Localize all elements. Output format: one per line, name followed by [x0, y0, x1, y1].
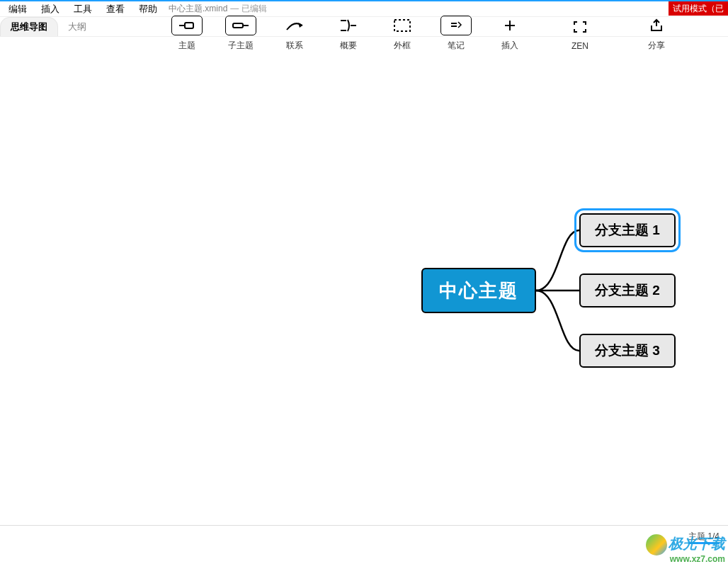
document-status: — 已编辑	[230, 3, 266, 15]
central-topic[interactable]: 中心主题	[421, 268, 536, 313]
tool-summary-label: 概要	[340, 40, 357, 52]
main-toolbar: 主题 子主题 联系 概要 外框 笔记 插入	[170, 16, 527, 52]
tool-boundary[interactable]: 外框	[385, 16, 419, 52]
tool-summary[interactable]: 概要	[331, 16, 365, 52]
relation-icon	[279, 16, 310, 35]
toolbar-right: ZEN 分享	[563, 16, 673, 52]
branch-topic-1[interactable]: 分支主题 1	[579, 213, 676, 247]
branch-topic-2[interactable]: 分支主题 2	[579, 273, 676, 308]
tool-boundary-label: 外框	[394, 40, 411, 52]
tool-share[interactable]: 分享	[639, 16, 673, 52]
tool-relation-label: 联系	[286, 40, 303, 52]
menu-tools[interactable]: 工具	[67, 1, 99, 17]
menu-insert[interactable]: 插入	[34, 1, 67, 17]
menu-view[interactable]: 查看	[99, 1, 132, 17]
tab-mindmap[interactable]: 思维导图	[0, 17, 58, 36]
watermark-url: www.xz7.com	[670, 554, 725, 564]
menu-bar: 编辑 插入 工具 查看 帮助 中心主题.xmind — 已编辑 试用模式（已	[0, 1, 728, 17]
tool-insert-label: 插入	[501, 40, 518, 52]
tool-zen-label: ZEN	[571, 41, 588, 51]
menu-help[interactable]: 帮助	[132, 1, 164, 17]
tool-relation[interactable]: 联系	[278, 16, 312, 52]
tool-note[interactable]: 笔记	[439, 16, 473, 52]
menu-edit[interactable]: 编辑	[1, 1, 34, 17]
tool-topic[interactable]: 主题	[170, 16, 204, 52]
tool-subtopic[interactable]: 子主题	[224, 16, 258, 52]
svg-marker-4	[298, 23, 302, 28]
tool-note-label: 笔记	[448, 40, 465, 52]
share-icon	[641, 16, 672, 35]
tool-zen[interactable]: ZEN	[563, 16, 597, 52]
svg-rect-2	[233, 23, 243, 28]
trial-mode-badge[interactable]: 试用模式（已	[669, 1, 728, 16]
mindmap-canvas[interactable]: 中心主题 分支主题 1 分支主题 2 分支主题 3	[0, 55, 728, 523]
fullscreen-icon	[564, 17, 596, 37]
tab-outline[interactable]: 大纲	[58, 18, 96, 36]
svg-rect-8	[394, 20, 410, 31]
summary-icon	[333, 16, 364, 35]
watermark-brand: 极光下载	[646, 534, 725, 555]
boundary-icon	[387, 16, 418, 35]
watermark-logo-icon	[646, 534, 667, 555]
tool-share-label: 分享	[648, 40, 665, 52]
plus-icon	[494, 16, 525, 35]
tool-topic-label: 主题	[178, 40, 195, 52]
topic-icon	[171, 16, 203, 35]
svg-rect-1	[185, 23, 193, 28]
tool-insert[interactable]: 插入	[493, 16, 527, 52]
document-title: 中心主题.xmind	[169, 3, 227, 15]
branch-topic-3[interactable]: 分支主题 3	[579, 334, 676, 368]
note-icon	[440, 16, 472, 35]
footer-separator	[0, 525, 728, 526]
subtopic-icon	[225, 16, 256, 35]
tool-subtopic-label: 子主题	[228, 40, 254, 52]
